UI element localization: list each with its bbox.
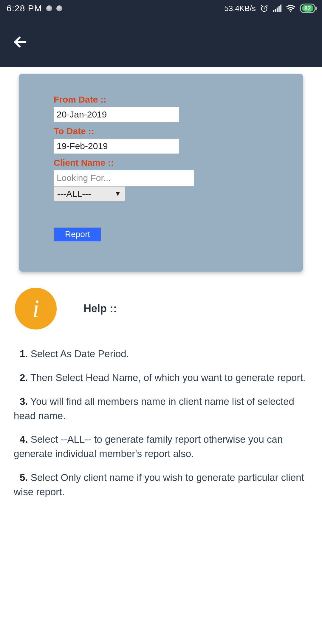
help-item-number: 1. — [20, 348, 28, 359]
net-speed: 53.4KB/s — [224, 4, 256, 13]
svg-rect-3 — [277, 8, 278, 12]
back-arrow-icon[interactable] — [13, 34, 28, 50]
help-item-text: Select As Date Period. — [28, 348, 129, 359]
help-title: Help :: — [83, 302, 117, 315]
svg-point-6 — [290, 11, 291, 12]
to-date-input[interactable] — [54, 139, 179, 154]
status-dot-icon — [56, 5, 62, 11]
status-clock: 6:28 PM — [7, 3, 42, 13]
from-date-input[interactable] — [54, 107, 179, 122]
help-item-number: 3. — [20, 396, 28, 407]
app-toolbar — [0, 17, 322, 67]
svg-rect-5 — [280, 5, 281, 12]
status-bar: 6:28 PM 53.4KB/s 82 — [0, 0, 322, 17]
help-item-text: Select --ALL-- to generate family report… — [14, 434, 283, 459]
help-list: 1. Select As Date Period. 2. Then Select… — [0, 329, 322, 499]
alarm-icon — [260, 4, 268, 13]
help-item-number: 5. — [20, 472, 28, 483]
help-item-text: Then Select Head Name, of which you want… — [28, 372, 306, 383]
page-content: From Date :: To Date :: Client Name :: -… — [0, 67, 322, 499]
client-name-label: Client Name :: — [54, 158, 268, 168]
help-header: i Help :: — [0, 272, 322, 329]
help-item-text: You will find all members name in client… — [14, 396, 294, 421]
client-dropdown[interactable]: ---ALL--- ▼ — [54, 186, 125, 201]
status-right: 53.4KB/s 82 — [224, 4, 315, 13]
client-dropdown-selected: ---ALL--- — [57, 189, 91, 199]
status-dot-icon — [46, 5, 52, 11]
help-item: 2. Then Select Head Name, of which you w… — [14, 371, 308, 385]
svg-rect-2 — [275, 9, 276, 12]
info-icon: i — [15, 288, 57, 329]
battery-percentage: 82 — [302, 5, 313, 12]
svg-rect-4 — [278, 6, 280, 12]
from-date-label: From Date :: — [54, 95, 268, 105]
help-item: 5. Select Only client name if you wish t… — [14, 470, 308, 499]
to-date-label: To Date :: — [54, 126, 268, 136]
report-filter-card: From Date :: To Date :: Client Name :: -… — [19, 74, 303, 272]
help-item-number: 2. — [20, 372, 28, 383]
svg-rect-1 — [273, 10, 274, 12]
chevron-down-icon: ▼ — [114, 190, 121, 198]
help-item: 4. Select --ALL-- to generate family rep… — [14, 432, 308, 461]
wifi-icon — [286, 4, 296, 13]
help-item: 1. Select As Date Period. — [14, 347, 308, 361]
cell-signal-icon — [273, 4, 281, 13]
help-item-number: 4. — [20, 434, 28, 445]
report-button[interactable]: Report — [54, 227, 101, 242]
help-item-text: Select Only client name if you wish to g… — [14, 472, 304, 497]
battery-icon: 82 — [300, 4, 315, 13]
status-left: 6:28 PM — [7, 3, 62, 13]
client-name-search-input[interactable] — [54, 170, 194, 186]
help-item: 3. You will find all members name in cli… — [14, 394, 308, 423]
